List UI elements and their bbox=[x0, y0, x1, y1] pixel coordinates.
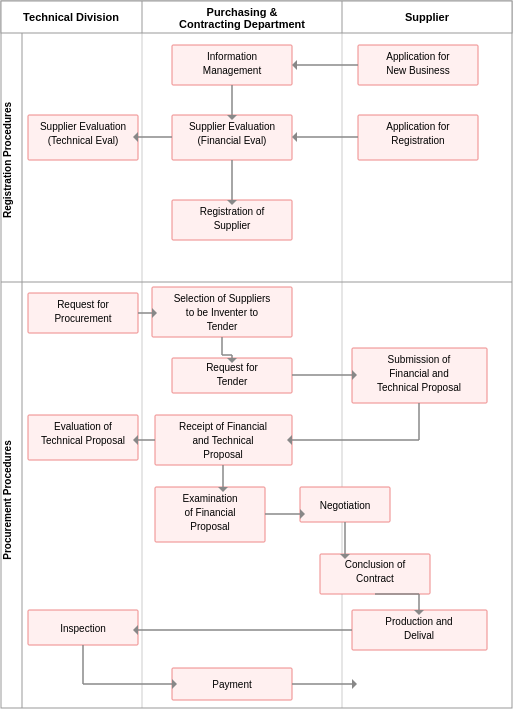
registration-label: Registration Procedures bbox=[2, 101, 13, 218]
request-tender-text2: Tender bbox=[217, 376, 248, 387]
production-text: Production and bbox=[385, 616, 452, 627]
request-procurement-text: Request for bbox=[57, 299, 109, 310]
conclusion-text2: Contract bbox=[356, 573, 394, 584]
header-purch: Purchasing & bbox=[207, 6, 278, 18]
production-text2: Delival bbox=[404, 630, 434, 641]
inspection-text: Inspection bbox=[60, 623, 106, 634]
request-procurement-text2: Procurement bbox=[54, 313, 111, 324]
negotiation-text: Negotiation bbox=[320, 500, 371, 511]
registration-supplier-text: Registration of bbox=[200, 206, 265, 217]
supplier-eval-tech-text: Supplier Evaluation bbox=[40, 121, 126, 132]
header-tech: Technical Division bbox=[23, 11, 119, 23]
examination-text: Examination bbox=[182, 493, 237, 504]
submission-proposal-text3: Technical Proposal bbox=[377, 382, 461, 393]
information-management-text2: Management bbox=[203, 65, 262, 76]
app-registration-text2: Registration bbox=[391, 135, 444, 146]
supplier-eval-fin-text2: (Financial Eval) bbox=[198, 135, 267, 146]
procurement-label: Procurement Procedures bbox=[2, 440, 13, 560]
receipt-financial-text3: Proposal bbox=[203, 449, 242, 460]
registration-supplier-text2: Supplier bbox=[214, 220, 251, 231]
header-supp: Supplier bbox=[405, 11, 450, 23]
receipt-financial-text2: and Technical bbox=[193, 435, 254, 446]
payment-text: Payment bbox=[212, 679, 252, 690]
request-tender-text: Request for bbox=[206, 362, 258, 373]
submission-proposal-text2: Financial and bbox=[389, 368, 448, 379]
header-purch2: Contracting Department bbox=[179, 18, 305, 30]
examination-text3: Proposal bbox=[190, 521, 229, 532]
diagram-container: Technical Division Purchasing & Contract… bbox=[0, 0, 513, 709]
eval-technical-text: Evaluation of bbox=[54, 421, 112, 432]
app-new-business-text: Application for bbox=[386, 51, 450, 62]
information-management-text: Information bbox=[207, 51, 257, 62]
eval-technical-text2: Technical Proposal bbox=[41, 435, 125, 446]
submission-proposal-text: Submission of bbox=[388, 354, 451, 365]
selection-suppliers-text2: to be Inventer to bbox=[186, 307, 259, 318]
examination-text2: of Financial bbox=[184, 507, 235, 518]
conclusion-text: Conclusion of bbox=[345, 559, 406, 570]
supplier-eval-fin-text: Supplier Evaluation bbox=[189, 121, 275, 132]
supplier-eval-tech-text2: (Technical Eval) bbox=[48, 135, 119, 146]
app-new-business-text2: New Business bbox=[386, 65, 449, 76]
selection-suppliers-text3: Tender bbox=[207, 321, 238, 332]
selection-suppliers-text: Selection of Suppliers bbox=[174, 293, 271, 304]
app-registration-text: Application for bbox=[386, 121, 450, 132]
receipt-financial-text: Receipt of Financial bbox=[179, 421, 267, 432]
